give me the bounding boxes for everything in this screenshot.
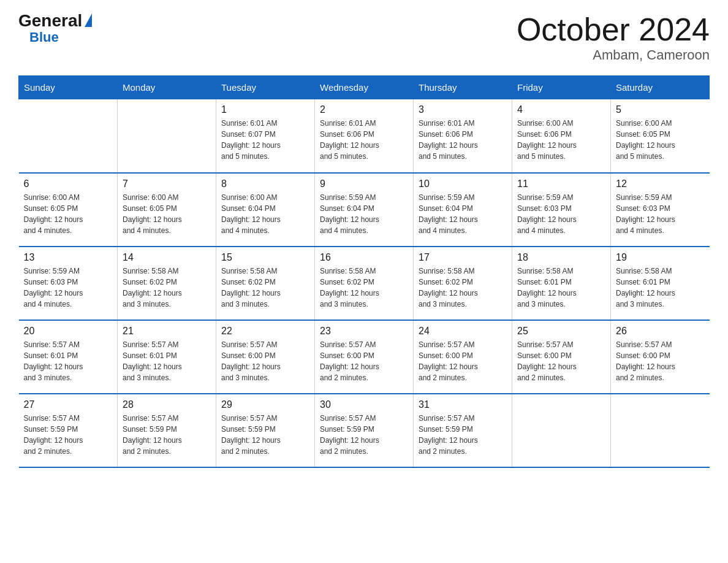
- header-monday: Monday: [118, 76, 216, 99]
- calendar-cell: 12Sunrise: 5:59 AM Sunset: 6:03 PM Dayli…: [611, 173, 710, 247]
- calendar-cell: 5Sunrise: 6:00 AM Sunset: 6:05 PM Daylig…: [611, 99, 710, 173]
- day-info: Sunrise: 5:59 AM Sunset: 6:04 PM Dayligh…: [419, 192, 507, 236]
- calendar-table: Sunday Monday Tuesday Wednesday Thursday…: [18, 75, 710, 468]
- day-number: 29: [221, 399, 309, 410]
- day-info: Sunrise: 6:01 AM Sunset: 6:06 PM Dayligh…: [419, 118, 507, 162]
- day-info: Sunrise: 5:58 AM Sunset: 6:02 PM Dayligh…: [123, 266, 211, 310]
- day-number: 14: [123, 252, 211, 263]
- day-number: 26: [616, 326, 705, 337]
- calendar-cell: 16Sunrise: 5:58 AM Sunset: 6:02 PM Dayli…: [315, 247, 414, 320]
- logo-blue-text: Blue: [29, 29, 59, 45]
- calendar-cell: 2Sunrise: 6:01 AM Sunset: 6:06 PM Daylig…: [315, 99, 414, 173]
- day-info: Sunrise: 6:00 AM Sunset: 6:05 PM Dayligh…: [24, 192, 113, 236]
- calendar-week-1: 1Sunrise: 6:01 AM Sunset: 6:07 PM Daylig…: [19, 99, 710, 173]
- day-number: 10: [419, 178, 507, 190]
- title-block: October 2024 Ambam, Cameroon: [517, 12, 710, 63]
- day-info: Sunrise: 5:59 AM Sunset: 6:03 PM Dayligh…: [24, 266, 113, 310]
- day-info: Sunrise: 5:57 AM Sunset: 6:00 PM Dayligh…: [320, 339, 408, 383]
- calendar-cell: 9Sunrise: 5:59 AM Sunset: 6:04 PM Daylig…: [315, 173, 414, 247]
- calendar-body: 1Sunrise: 6:01 AM Sunset: 6:07 PM Daylig…: [19, 99, 710, 467]
- day-info: Sunrise: 5:57 AM Sunset: 5:59 PM Dayligh…: [123, 413, 211, 457]
- day-info: Sunrise: 5:57 AM Sunset: 5:59 PM Dayligh…: [221, 413, 309, 457]
- day-info: Sunrise: 5:57 AM Sunset: 6:00 PM Dayligh…: [221, 339, 309, 383]
- day-info: Sunrise: 5:57 AM Sunset: 6:01 PM Dayligh…: [123, 339, 211, 383]
- calendar-cell: 13Sunrise: 5:59 AM Sunset: 6:03 PM Dayli…: [19, 247, 118, 320]
- calendar-cell: 22Sunrise: 5:57 AM Sunset: 6:00 PM Dayli…: [216, 320, 315, 394]
- day-number: 4: [517, 104, 605, 115]
- day-number: 9: [320, 178, 408, 190]
- day-info: Sunrise: 5:57 AM Sunset: 5:59 PM Dayligh…: [320, 413, 408, 457]
- logo: General Blue: [18, 12, 92, 45]
- calendar-week-5: 27Sunrise: 5:57 AM Sunset: 5:59 PM Dayli…: [19, 394, 710, 467]
- calendar-cell: 7Sunrise: 6:00 AM Sunset: 6:05 PM Daylig…: [118, 173, 216, 247]
- day-number: 18: [517, 252, 605, 263]
- calendar-cell: 24Sunrise: 5:57 AM Sunset: 6:00 PM Dayli…: [414, 320, 512, 394]
- day-info: Sunrise: 5:57 AM Sunset: 6:00 PM Dayligh…: [517, 339, 605, 383]
- day-info: Sunrise: 5:58 AM Sunset: 6:01 PM Dayligh…: [517, 266, 605, 310]
- day-number: 31: [419, 399, 507, 410]
- day-number: 17: [419, 252, 507, 263]
- calendar-cell: 8Sunrise: 6:00 AM Sunset: 6:04 PM Daylig…: [216, 173, 315, 247]
- day-number: 7: [123, 178, 211, 190]
- day-number: 21: [123, 326, 211, 337]
- header-friday: Friday: [512, 76, 611, 99]
- header-saturday: Saturday: [611, 76, 710, 99]
- day-number: 25: [517, 326, 605, 337]
- calendar-cell: 14Sunrise: 5:58 AM Sunset: 6:02 PM Dayli…: [118, 247, 216, 320]
- day-number: 12: [616, 178, 705, 190]
- day-info: Sunrise: 5:57 AM Sunset: 6:00 PM Dayligh…: [419, 339, 507, 383]
- day-number: 13: [24, 252, 113, 263]
- calendar-cell: 23Sunrise: 5:57 AM Sunset: 6:00 PM Dayli…: [315, 320, 414, 394]
- day-info: Sunrise: 5:57 AM Sunset: 6:01 PM Dayligh…: [24, 339, 113, 383]
- page-header: General Blue October 2024 Ambam, Cameroo…: [18, 12, 710, 63]
- calendar-cell: 21Sunrise: 5:57 AM Sunset: 6:01 PM Dayli…: [118, 320, 216, 394]
- calendar-cell: [118, 99, 216, 173]
- header-tuesday: Tuesday: [216, 76, 315, 99]
- calendar-cell: 10Sunrise: 5:59 AM Sunset: 6:04 PM Dayli…: [414, 173, 512, 247]
- calendar-cell: 20Sunrise: 5:57 AM Sunset: 6:01 PM Dayli…: [19, 320, 118, 394]
- page-subtitle: Ambam, Cameroon: [517, 47, 710, 63]
- day-number: 24: [419, 326, 507, 337]
- day-number: 23: [320, 326, 408, 337]
- calendar-cell: 30Sunrise: 5:57 AM Sunset: 5:59 PM Dayli…: [315, 394, 414, 467]
- day-number: 27: [24, 399, 113, 410]
- calendar-cell: 28Sunrise: 5:57 AM Sunset: 5:59 PM Dayli…: [118, 394, 216, 467]
- calendar-cell: 6Sunrise: 6:00 AM Sunset: 6:05 PM Daylig…: [19, 173, 118, 247]
- day-info: Sunrise: 5:58 AM Sunset: 6:02 PM Dayligh…: [419, 266, 507, 310]
- day-number: 22: [221, 326, 309, 337]
- day-info: Sunrise: 6:00 AM Sunset: 6:04 PM Dayligh…: [221, 192, 309, 236]
- day-info: Sunrise: 6:00 AM Sunset: 6:05 PM Dayligh…: [616, 118, 705, 162]
- calendar-week-4: 20Sunrise: 5:57 AM Sunset: 6:01 PM Dayli…: [19, 320, 710, 394]
- logo-triangle-icon: [85, 13, 92, 27]
- calendar-cell: 26Sunrise: 5:57 AM Sunset: 6:00 PM Dayli…: [611, 320, 710, 394]
- day-number: 15: [221, 252, 309, 263]
- day-info: Sunrise: 6:00 AM Sunset: 6:06 PM Dayligh…: [517, 118, 605, 162]
- day-number: 3: [419, 104, 507, 115]
- day-info: Sunrise: 5:58 AM Sunset: 6:02 PM Dayligh…: [221, 266, 309, 310]
- day-info: Sunrise: 5:57 AM Sunset: 5:59 PM Dayligh…: [24, 413, 113, 457]
- day-info: Sunrise: 6:00 AM Sunset: 6:05 PM Dayligh…: [123, 192, 211, 236]
- day-number: 19: [616, 252, 705, 263]
- calendar-cell: 1Sunrise: 6:01 AM Sunset: 6:07 PM Daylig…: [216, 99, 315, 173]
- calendar-cell: 31Sunrise: 5:57 AM Sunset: 5:59 PM Dayli…: [414, 394, 512, 467]
- calendar-cell: 11Sunrise: 5:59 AM Sunset: 6:03 PM Dayli…: [512, 173, 611, 247]
- calendar-week-2: 6Sunrise: 6:00 AM Sunset: 6:05 PM Daylig…: [19, 173, 710, 247]
- day-info: Sunrise: 5:57 AM Sunset: 5:59 PM Dayligh…: [419, 413, 507, 457]
- calendar-header: Sunday Monday Tuesday Wednesday Thursday…: [19, 76, 710, 99]
- calendar-week-3: 13Sunrise: 5:59 AM Sunset: 6:03 PM Dayli…: [19, 247, 710, 320]
- day-number: 6: [24, 178, 113, 190]
- day-number: 1: [221, 104, 309, 115]
- day-info: Sunrise: 5:59 AM Sunset: 6:03 PM Dayligh…: [616, 192, 705, 236]
- day-info: Sunrise: 5:58 AM Sunset: 6:01 PM Dayligh…: [616, 266, 705, 310]
- logo-general-text: General: [18, 12, 82, 29]
- calendar-cell: 19Sunrise: 5:58 AM Sunset: 6:01 PM Dayli…: [611, 247, 710, 320]
- day-number: 20: [24, 326, 113, 337]
- day-info: Sunrise: 5:58 AM Sunset: 6:02 PM Dayligh…: [320, 266, 408, 310]
- calendar-cell: [19, 99, 118, 173]
- header-thursday: Thursday: [414, 76, 512, 99]
- calendar-cell: [611, 394, 710, 467]
- day-number: 30: [320, 399, 408, 410]
- day-number: 2: [320, 104, 408, 115]
- calendar-cell: 3Sunrise: 6:01 AM Sunset: 6:06 PM Daylig…: [414, 99, 512, 173]
- header-row: Sunday Monday Tuesday Wednesday Thursday…: [19, 76, 710, 99]
